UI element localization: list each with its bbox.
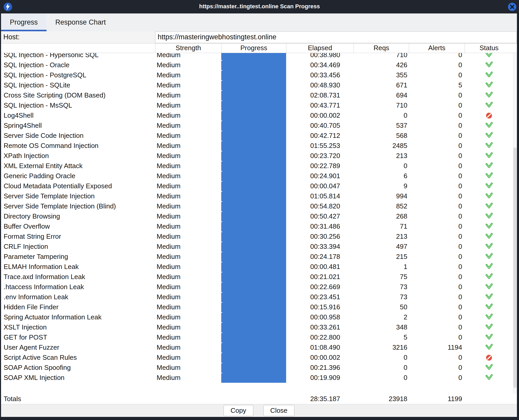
table-row[interactable]: Remote OS Command InjectionMedium01:55.2… xyxy=(1,141,513,151)
elapsed-value: 00:42.712 xyxy=(286,131,354,141)
strength-value: Medium xyxy=(155,342,221,352)
copy-button[interactable]: Copy xyxy=(224,405,253,416)
scrollbar-thumb[interactable] xyxy=(513,147,517,388)
close-icon[interactable] xyxy=(508,3,516,11)
column-header-alerts: Alerts xyxy=(409,43,464,53)
tab-response-chart[interactable]: Response Chart xyxy=(47,13,115,31)
table-row[interactable]: Trace.axd Information LeakMedium00:21.02… xyxy=(1,272,513,282)
alerts-value: 0 xyxy=(409,53,464,60)
table-row[interactable]: User Agent FuzzerMedium01:08.49032161194 xyxy=(1,342,513,352)
scan-table: StrengthProgressElapsedReqsAlertsStatus … xyxy=(1,43,517,404)
elapsed-value: 00:48.930 xyxy=(286,80,354,90)
reqs-value: 0 xyxy=(354,373,409,383)
table-row[interactable]: Server Side Template Injection (Blind)Me… xyxy=(1,201,513,211)
reqs-value: 710 xyxy=(354,53,409,60)
green-check-icon xyxy=(464,322,513,332)
alerts-value: 0 xyxy=(409,110,464,121)
table-row[interactable]: Cross Site Scripting (DOM Based)Medium02… xyxy=(1,90,513,100)
table-row[interactable]: XPath InjectionMedium00:23.7202130 xyxy=(1,151,513,161)
alerts-value: 0 xyxy=(409,312,464,322)
reqs-value: 50 xyxy=(354,302,409,312)
table-row[interactable]: .htaccess Information LeakMedium00:22.66… xyxy=(1,282,513,292)
strength-value: Medium xyxy=(155,80,221,90)
table-row[interactable]: SQL Injection - PostgreSQLMedium00:33.45… xyxy=(1,70,513,80)
table-row[interactable]: Server Side Template InjectionMedium01:0… xyxy=(1,191,513,201)
table-row[interactable]: Generic Padding OracleMedium00:24.90160 xyxy=(1,171,513,181)
elapsed-value: 00:21.021 xyxy=(286,272,354,282)
table-row[interactable]: Hidden File FinderMedium00:15.916500 xyxy=(1,302,513,312)
alerts-value: 0 xyxy=(409,242,464,252)
table-row[interactable]: SQL Injection - MsSQLMedium00:43.7717100 xyxy=(1,100,513,110)
elapsed-value: 01:05.814 xyxy=(286,191,354,201)
table-row[interactable]: Server Side Code InjectionMedium00:42.71… xyxy=(1,131,513,141)
table-row[interactable]: CRLF InjectionMedium00:33.3944970 xyxy=(1,242,513,252)
scan-rule-name: Spring4Shell xyxy=(1,121,155,131)
table-row[interactable]: XML External Entity AttackMedium00:22.78… xyxy=(1,161,513,171)
progress-bar xyxy=(221,80,286,90)
scan-rule-name: GET for POST xyxy=(1,332,155,342)
green-check-icon xyxy=(464,312,513,322)
reqs-value: 73 xyxy=(354,292,409,302)
elapsed-value: 00:30.256 xyxy=(286,231,354,242)
green-check-icon xyxy=(464,80,513,90)
strength-value: Medium xyxy=(155,90,221,100)
alerts-value: 0 xyxy=(409,211,464,221)
alerts-value: 0 xyxy=(409,363,464,373)
strength-value: Medium xyxy=(155,373,221,383)
scan-rule-name: Format String Error xyxy=(1,231,155,242)
table-row[interactable]: Script Active Scan RulesMedium00:00.0020… xyxy=(1,352,513,363)
reqs-value: 694 xyxy=(354,90,409,100)
strength-value: Medium xyxy=(155,110,221,121)
table-row[interactable]: Log4ShellMedium00:00.00200 xyxy=(1,110,513,121)
elapsed-value: 00:22.800 xyxy=(286,332,354,342)
table-row[interactable]: SOAP XML InjectionMedium00:19.90900 xyxy=(1,373,513,383)
table-row[interactable]: Buffer OverflowMedium00:31.486710 xyxy=(1,221,513,231)
host-input[interactable]: https://masteringwebhostingtest.online xyxy=(155,31,517,43)
progress-cell xyxy=(221,262,286,272)
green-check-icon xyxy=(464,121,513,131)
elapsed-value: 00:31.486 xyxy=(286,221,354,231)
table-row[interactable]: XSLT InjectionMedium00:33.2613480 xyxy=(1,322,513,332)
close-button[interactable]: Close xyxy=(263,405,294,416)
alerts-value: 0 xyxy=(409,131,464,141)
reqs-value: 5 xyxy=(354,332,409,342)
host-label: Host: xyxy=(1,31,155,43)
progress-bar xyxy=(221,302,286,312)
progress-bar xyxy=(221,231,286,242)
tab-progress[interactable]: Progress xyxy=(1,13,47,31)
table-row[interactable]: Spring Actuator Information LeakMedium00… xyxy=(1,312,513,322)
alerts-value: 0 xyxy=(409,141,464,151)
column-header-name xyxy=(1,43,155,53)
table-row[interactable]: GET for POSTMedium00:22.80050 xyxy=(1,332,513,342)
table-row[interactable]: SOAP Action SpoofingMedium00:21.39600 xyxy=(1,363,513,373)
progress-bar xyxy=(221,312,286,322)
table-row[interactable]: SQL Injection - Hypersonic SQLMedium00:3… xyxy=(1,53,513,60)
strength-value: Medium xyxy=(155,100,221,110)
progress-cell xyxy=(221,242,286,252)
table-row[interactable]: .env Information LeakMedium00:23.451730 xyxy=(1,292,513,302)
progress-bar xyxy=(221,131,286,141)
strength-value: Medium xyxy=(155,352,221,363)
progress-cell xyxy=(221,131,286,141)
table-row[interactable]: Cloud Metadata Potentially ExposedMedium… xyxy=(1,181,513,191)
table-row[interactable]: ELMAH Information LeakMedium00:00.48110 xyxy=(1,262,513,272)
green-check-icon xyxy=(464,211,513,221)
table-row[interactable]: Directory BrowsingMedium00:50.4272680 xyxy=(1,211,513,221)
progress-cell xyxy=(221,302,286,312)
red-skip-icon xyxy=(464,352,513,363)
scan-rule-name: Spring Actuator Information Leak xyxy=(1,312,155,322)
scan-rule-name: Generic Padding Oracle xyxy=(1,171,155,181)
table-row[interactable]: Parameter TamperingMedium00:24.1782150 xyxy=(1,252,513,262)
table-row[interactable]: Spring4ShellMedium00:40.7055370 xyxy=(1,121,513,131)
progress-cell xyxy=(221,171,286,181)
alerts-value: 5 xyxy=(409,80,464,90)
green-check-icon xyxy=(464,242,513,252)
elapsed-value: 00:38.980 xyxy=(286,53,354,60)
progress-cell xyxy=(221,161,286,171)
table-row[interactable]: SQL Injection - OracleMedium00:34.469426… xyxy=(1,60,513,70)
table-row[interactable]: SQL Injection - SQLiteMedium00:48.930671… xyxy=(1,80,513,90)
strength-value: Medium xyxy=(155,221,221,231)
progress-cell xyxy=(221,292,286,302)
reqs-value: 0 xyxy=(354,352,409,363)
table-row[interactable]: Format String ErrorMedium00:30.2562130 xyxy=(1,231,513,242)
